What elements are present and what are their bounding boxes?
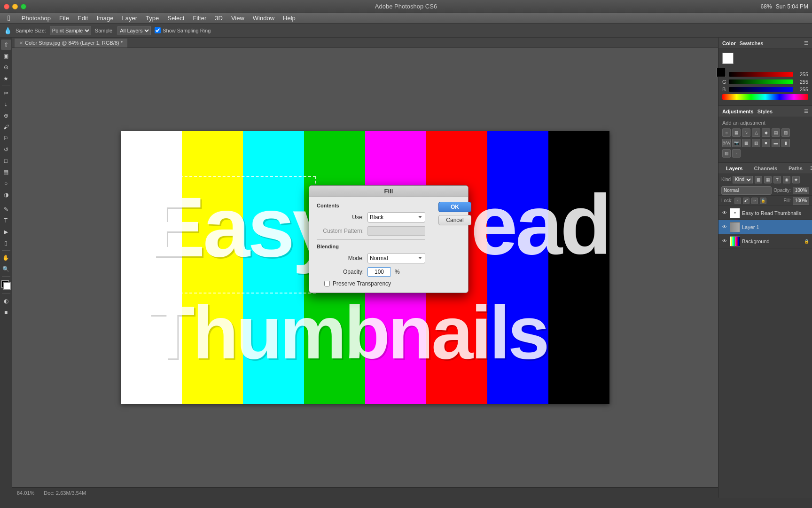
zoom-tool[interactable]: 🔍 — [1, 264, 11, 274]
blend-mode-select[interactable]: Normal Dissolve Multiply — [721, 186, 772, 195]
invert-icon[interactable]: ■ — [762, 139, 770, 147]
bg-visibility-icon[interactable]: 👁 — [721, 238, 728, 245]
vibrance-icon[interactable]: ◆ — [762, 128, 770, 137]
tab-paths[interactable]: Paths — [785, 165, 806, 172]
eyedropper-tool[interactable]: ⫰ — [1, 99, 11, 110]
background-swatch[interactable] — [717, 68, 726, 77]
layer-visibility-icon[interactable]: 👁 — [721, 210, 728, 216]
document-tab[interactable]: ✕ Color Strips.jpg @ 84% (Layer 1, RGB/8… — [14, 38, 128, 48]
text-tool[interactable]: T — [1, 215, 11, 226]
filter-shape-icon[interactable]: ◉ — [783, 176, 790, 183]
layer-item-text[interactable]: 👁 T Easy to Read Thumbnails — [718, 206, 812, 220]
tab-swatches[interactable]: Swatches — [740, 40, 764, 46]
levels-icon[interactable]: ▦ — [732, 128, 741, 137]
brightness-contrast-icon[interactable]: ☼ — [722, 128, 731, 137]
filter-text-icon[interactable]: T — [773, 176, 781, 183]
menu-type[interactable]: Type — [142, 14, 163, 23]
foreground-swatch[interactable] — [722, 53, 734, 64]
screen-mode-tool[interactable]: ■ — [1, 307, 11, 318]
filter-kind-select[interactable]: Kind — [733, 176, 753, 183]
shape-tool[interactable]: ▯ — [1, 238, 11, 248]
blur-tool[interactable]: ○ — [1, 178, 11, 189]
fill-dialog[interactable]: Fill Contents Use: Foreground Color — [309, 185, 468, 293]
gradient-tool[interactable]: ▤ — [1, 167, 11, 177]
pen-tool[interactable]: ✎ — [1, 204, 11, 214]
opacity-input[interactable]: 100 — [367, 267, 391, 277]
minimize-button[interactable] — [12, 4, 18, 9]
background-color[interactable] — [3, 282, 11, 290]
menu-help[interactable]: Help — [279, 14, 299, 23]
mode-select[interactable]: Normal Dissolve Multiply Screen Overlay — [367, 253, 425, 263]
lock-all-icon[interactable]: 🔒 — [760, 198, 766, 204]
clone-tool[interactable]: ⚐ — [1, 133, 11, 143]
path-select-tool[interactable]: ▶ — [1, 227, 11, 237]
posterize-icon[interactable]: ▬ — [772, 139, 780, 147]
show-sampling-ring-checkbox[interactable] — [155, 27, 161, 33]
cancel-button[interactable]: Cancel — [438, 215, 471, 225]
ok-button[interactable]: OK — [438, 202, 471, 212]
menu-file[interactable]: File — [55, 14, 73, 23]
dodge-tool[interactable]: ◑ — [1, 190, 11, 200]
sample-select[interactable]: All Layers — [117, 26, 151, 35]
sample-size-select[interactable]: Point Sample — [50, 26, 91, 35]
crop-tool[interactable]: ✂ — [1, 88, 11, 98]
filter-smart-icon[interactable]: ★ — [792, 176, 800, 183]
curves-icon[interactable]: ∿ — [742, 128, 750, 137]
marquee-tool[interactable]: ▣ — [1, 51, 11, 61]
layer1-visibility-icon[interactable]: 👁 — [721, 224, 728, 230]
adj-options-icon[interactable]: ☰ — [804, 109, 808, 114]
menu-layer[interactable]: Layer — [118, 14, 141, 23]
traffic-lights[interactable] — [4, 4, 26, 9]
b-slider[interactable] — [729, 87, 793, 92]
panel-options-icon[interactable]: ☰ — [804, 40, 808, 46]
tab-adjustments[interactable]: Adjustments — [722, 109, 754, 114]
lock-move-icon[interactable]: ⇨ — [751, 198, 758, 204]
close-button[interactable] — [4, 4, 9, 9]
menu-filter[interactable]: Filter — [189, 14, 210, 23]
bw-icon[interactable]: B/W — [722, 139, 731, 147]
g-slider[interactable] — [729, 79, 793, 84]
photo-filter-icon[interactable]: 📷 — [732, 139, 741, 147]
r-slider[interactable] — [729, 72, 793, 77]
eraser-tool[interactable]: □ — [1, 156, 11, 166]
healing-tool[interactable]: ⊕ — [1, 111, 11, 121]
color-balance-icon[interactable]: ▧ — [781, 128, 790, 137]
lock-paint-icon[interactable]: 🖌 — [743, 198, 750, 204]
menu-select[interactable]: Select — [164, 14, 188, 23]
fill-input[interactable] — [793, 197, 809, 205]
hue-saturation-icon[interactable]: ▤ — [772, 128, 780, 137]
move-tool[interactable]: ⇧ — [1, 40, 11, 50]
selective-color-icon[interactable]: ▫ — [732, 149, 741, 158]
filter-pixel-icon[interactable]: ▩ — [755, 176, 762, 183]
layers-options-icon[interactable]: ☰ — [810, 166, 812, 171]
use-select[interactable]: Foreground Color Background Color Black … — [367, 212, 425, 222]
brush-tool[interactable]: 🖌 — [1, 122, 11, 132]
lasso-tool[interactable]: ⊙ — [1, 62, 11, 72]
color-spectrum[interactable] — [722, 94, 808, 100]
tab-color[interactable]: Color — [722, 40, 736, 46]
apple-menu[interactable]:  — [4, 13, 14, 24]
menu-image[interactable]: Image — [93, 14, 117, 23]
quick-mask-tool[interactable]: ◐ — [1, 296, 11, 306]
fg-bg-swatches[interactable] — [722, 53, 737, 68]
layer-item-1[interactable]: 👁 Layer 1 — [718, 220, 812, 234]
filter-adj-icon[interactable]: ▦ — [764, 176, 772, 183]
tab-channels[interactable]: Channels — [750, 165, 781, 172]
menu-window[interactable]: Window — [249, 14, 278, 23]
hand-tool[interactable]: ✋ — [1, 253, 11, 263]
zoom-button[interactable] — [21, 4, 26, 9]
tab-styles[interactable]: Styles — [757, 109, 773, 114]
opacity-input[interactable] — [793, 187, 809, 194]
menu-view[interactable]: View — [227, 14, 248, 23]
threshold-icon[interactable]: ▮ — [781, 139, 790, 147]
magic-wand-tool[interactable]: ★ — [1, 73, 11, 84]
gradient-map-icon[interactable]: ▨ — [722, 149, 731, 158]
tab-close-icon[interactable]: ✕ — [19, 40, 23, 46]
color-lookup-icon[interactable]: ▥ — [752, 139, 760, 147]
lock-transparent-icon[interactable]: ▫ — [734, 198, 741, 204]
exposure-icon[interactable]: △ — [752, 128, 760, 137]
color-swatches[interactable] — [1, 280, 11, 290]
layer-item-background[interactable]: 👁 Background 🔒 — [718, 234, 812, 248]
menu-edit[interactable]: Edit — [74, 14, 92, 23]
tool-icon[interactable]: 💧 — [4, 27, 12, 34]
